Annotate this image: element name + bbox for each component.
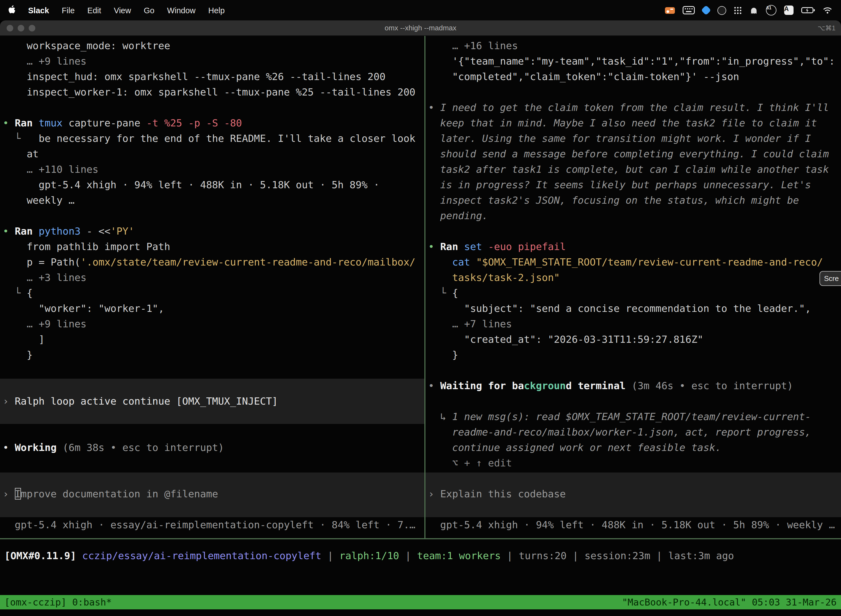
menu-view[interactable]: View	[114, 6, 131, 15]
terminal-row: … +16 lines	[428, 38, 518, 54]
terminal-row: is in progress? It seems likely but perh…	[428, 177, 811, 193]
menu-app-name[interactable]: Slack	[28, 6, 49, 15]
terminal-row: keep that in mind. Maybe I also need the…	[428, 115, 817, 131]
omx-separator: |	[399, 550, 417, 561]
terminal-row: … +7 lines	[428, 316, 512, 332]
terminal-row: └ {	[428, 285, 458, 301]
omx-session-stats: | turns:20 | session:23m | last:3m ago	[501, 550, 734, 561]
ghost-icon[interactable]	[749, 6, 758, 14]
omx-status-line: [OMX#0.11.9] cczip/essay/ai-reimplementa…	[4, 548, 734, 563]
terminal-row: task2 after task1 is complete, but can I…	[428, 162, 829, 177]
terminal-content: workspace_mode: worktree … +9 lines insp…	[0, 36, 841, 616]
battery-icon[interactable]	[801, 7, 815, 14]
terminal-row: readme-and-reco/mailbox/worker-1.json, a…	[428, 424, 811, 440]
terminal-row: ↳ 1 new msg(s): read $OMX_TEAM_STATE_ROO…	[428, 409, 811, 424]
terminal-window: omx --xhigh --madmax ⌥⌘1 workspace_mode:…	[0, 21, 841, 616]
menu-bar: Slack File Edit View Go Window Help 61	[0, 0, 841, 21]
input-source-letter: A	[784, 6, 794, 12]
prompt-input-line[interactable]: › Explain this codebase	[428, 486, 566, 502]
menu-window[interactable]: Window	[167, 6, 196, 15]
menu-bar-left: Slack File Edit View Go Window Help	[8, 5, 224, 16]
omx-ralph-counter: ralph:1/10	[339, 550, 399, 561]
terminal-row: "subject": "send a concise recommendatio…	[428, 301, 811, 316]
pane-right: … +16 lines '{"team_name":"my-team","tas…	[0, 36, 841, 616]
menu-file[interactable]: File	[62, 6, 75, 15]
terminal-row: "completed","claim_token":"claim-token"}…	[428, 69, 739, 84]
terminal-row: cat "$OMX_TEAM_STATE_ROOT/team/review-cu…	[428, 254, 823, 270]
wifi-icon[interactable]	[823, 7, 832, 14]
terminal-row: pending.	[428, 208, 488, 224]
menu-edit[interactable]: Edit	[88, 6, 101, 15]
terminal-row: continue assigned work or next feasible …	[428, 440, 721, 455]
menu-help[interactable]: Help	[208, 6, 225, 15]
menu-go[interactable]: Go	[144, 6, 154, 15]
terminal-row: • I need to get the claim token from the…	[428, 100, 829, 115]
terminal-row: gpt-5.4 xhigh · 94% left · 488K in · 5.1…	[428, 517, 835, 532]
terminal-row: inspect task2's JSON, focusing on the st…	[428, 193, 799, 208]
terminal-row: • Waiting for background terminal (3m 46…	[428, 378, 793, 393]
terminal-row: later. Using the same for transition mig…	[428, 131, 811, 146]
screenshot-notification[interactable]: Scre	[820, 271, 841, 286]
battery-percent-value: 61	[766, 6, 776, 10]
omx-version: [OMX#0.11.9]	[4, 550, 76, 561]
window-title: omx --xhigh --madmax	[0, 21, 841, 36]
window-shortcut-hint: ⌥⌘1	[818, 21, 835, 36]
terminal-row: • Ran set -euo pipefail	[428, 239, 566, 254]
terminal-row: ⌥ + ↑ edit	[428, 455, 512, 471]
apple-menu-icon[interactable]	[8, 5, 15, 16]
tmux-session-window-label[interactable]: [omx-cczip] 0:bash*	[4, 594, 112, 610]
window-titlebar[interactable]: omx --xhigh --madmax ⌥⌘1	[0, 21, 841, 36]
omx-worktree-path: cczip/essay/ai-reimplementation-copyleft	[76, 550, 321, 561]
keyboard-icon[interactable]	[683, 6, 695, 14]
tmux-status-bar: [omx-cczip] 0:bash* "MacBook-Pro-44.loca…	[0, 595, 841, 609]
omx-separator: |	[321, 550, 339, 561]
tmux-host-clock: "MacBook-Pro-44.local" 05:03 31-Mar-26	[622, 594, 837, 610]
screen-recording-indicator-icon[interactable]	[665, 6, 675, 14]
terminal-row: '{"team_name":"my-team","task_id":"1","f…	[428, 54, 835, 69]
shield-icon[interactable]	[717, 6, 726, 15]
terminal-row: should send a message before completing …	[428, 146, 829, 162]
screen: Slack File Edit View Go Window Help 61	[0, 0, 841, 616]
launcher-icon[interactable]	[701, 5, 711, 15]
input-source-icon[interactable]: A	[784, 6, 794, 15]
menu-bar-status-icons: 61 A	[665, 5, 832, 15]
battery-percent-icon[interactable]: 61	[766, 5, 777, 15]
terminal-row: }	[428, 347, 458, 363]
terminal-row: "created_at": "2026-03-31T11:59:27.816Z"	[428, 332, 703, 347]
omx-team-workers: team:1 workers	[417, 550, 501, 561]
terminal-row: tasks/task-2.json"	[428, 270, 560, 285]
apps-grid-icon[interactable]	[734, 6, 742, 14]
